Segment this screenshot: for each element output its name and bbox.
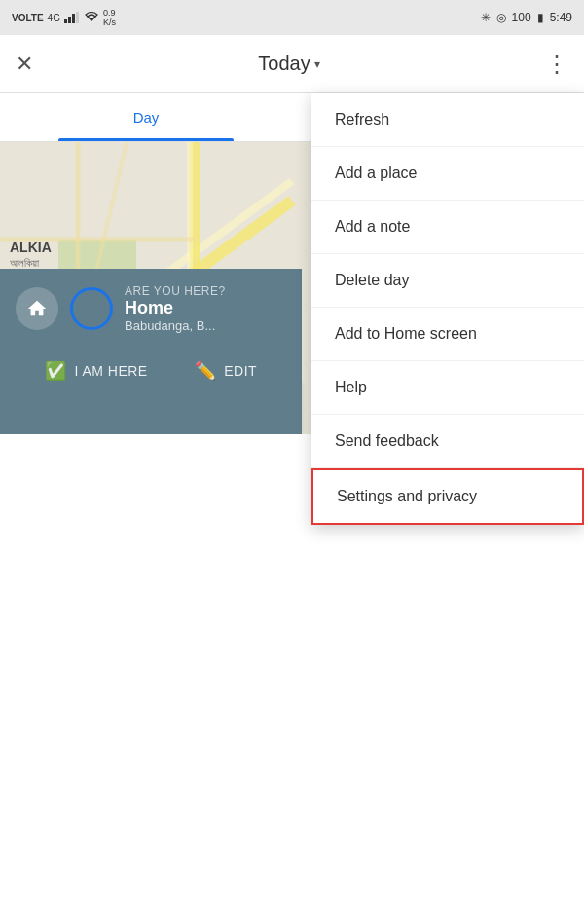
location-icon: ◎ [496,11,506,24]
title-dropdown-arrow[interactable]: ▾ [314,57,320,71]
bluetooth-icon: ✳ [481,11,491,24]
menu-item-add-home[interactable]: Add to Home screen [311,308,584,361]
close-button[interactable]: ✕ [16,52,33,77]
signal-icon [64,12,80,23]
status-bar: VOLTE 4G 0.9K/s ✳ ◎ 100 ▮ 5:49 [0,0,584,35]
wifi-icon [84,12,99,23]
i-am-here-label: I AM HERE [74,363,147,379]
svg-rect-2 [72,14,75,23]
i-am-here-button[interactable]: ✅ I AM HERE [45,360,148,382]
tab-day-label: Day [133,109,160,126]
menu-item-refresh[interactable]: Refresh [311,93,584,147]
speed-label: 0.9K/s [103,8,116,27]
menu-item-add-place[interactable]: Add a place [311,147,584,201]
svg-rect-3 [76,12,79,23]
timeline-circle [70,287,113,330]
location-info: ARE YOU HERE? Home Babudanga, B... [125,284,286,333]
action-row: ✅ I AM HERE ✏️ EDIT [0,349,302,393]
edit-icon: ✏️ [195,360,217,382]
status-left: VOLTE 4G 0.9K/s [12,8,116,27]
map-location-label: ALKIA [10,240,52,255]
status-right: ✳ ◎ 100 ▮ 5:49 [481,11,572,24]
check-circle-icon: ✅ [45,360,67,382]
menu-item-settings[interactable]: Settings and privacy [311,468,584,525]
dropdown-menu: RefreshAdd a placeAdd a noteDelete dayAd… [311,93,584,525]
network-label: 4G [48,13,60,23]
home-location-name: Home [125,298,286,318]
time-label: 5:49 [550,11,572,24]
header: ✕ Today ▾ ⋮ [0,35,584,93]
home-icon [26,298,48,319]
carrier-label: VOLTE [12,13,44,23]
more-menu-button[interactable]: ⋮ [545,51,568,78]
location-row: ARE YOU HERE? Home Babudanga, B... [0,269,302,349]
menu-item-help[interactable]: Help [311,361,584,415]
battery-icon: ▮ [537,11,544,24]
svg-rect-0 [64,19,67,23]
edit-label: EDIT [224,363,257,379]
home-icon-circle [16,287,58,330]
battery-label: 100 [512,11,531,24]
bottom-card: ARE YOU HERE? Home Babudanga, B... ✅ I A… [0,269,302,434]
header-title: Today ▾ [258,53,319,75]
svg-rect-1 [68,17,71,23]
tab-day[interactable]: Day [0,93,292,141]
menu-item-add-note[interactable]: Add a note [311,201,584,254]
header-title-text: Today [258,53,310,75]
menu-item-delete-day[interactable]: Delete day [311,254,584,308]
edit-button[interactable]: ✏️ EDIT [195,360,257,382]
menu-item-feedback[interactable]: Send feedback [311,415,584,468]
home-address: Babudanga, B... [125,318,286,333]
are-you-here-label: ARE YOU HERE? [125,284,286,298]
